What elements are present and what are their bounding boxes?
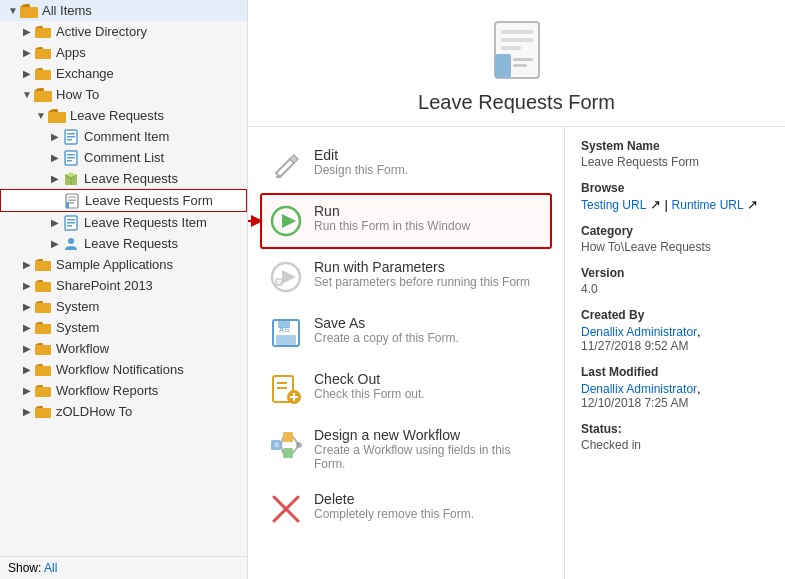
sidebar-item-active-directory[interactable]: ▶ Active Directory xyxy=(0,21,247,42)
svg-rect-2 xyxy=(35,28,51,38)
sidebar-item-label: System xyxy=(56,320,99,335)
testing-url-link[interactable]: Testing URL xyxy=(581,198,646,212)
sidebar-item-label: Leave Requests Item xyxy=(84,215,207,230)
svg-rect-64 xyxy=(283,448,293,458)
sidebar-item-workflow-notifications[interactable]: ▶ Workflow Notifications xyxy=(0,359,247,380)
system-name-value: Leave Requests Form xyxy=(581,155,769,169)
arrow-icon: ▶ xyxy=(20,385,34,396)
folder-closed-icon xyxy=(34,342,52,356)
runtime-url-link[interactable]: Runtime URL xyxy=(672,198,744,212)
action-title: Delete xyxy=(314,491,474,507)
action-design-workflow[interactable]: ⚙ Design a new Workflow Create a Workflo… xyxy=(260,417,552,481)
action-checkout[interactable]: Check Out Check this Form out. xyxy=(260,361,552,417)
cube-icon xyxy=(62,172,80,186)
edit-icon xyxy=(268,147,304,183)
save-as-icon: AS xyxy=(268,315,304,351)
sidebar-item-leave-requests-cube[interactable]: ▶ Leave Requests xyxy=(0,168,247,189)
sidebar-item-sample-applications[interactable]: ▶ Sample Applications xyxy=(0,254,247,275)
sidebar-item-workflow[interactable]: ▶ Workflow xyxy=(0,338,247,359)
sidebar-item-apps[interactable]: ▶ Apps xyxy=(0,42,247,63)
sidebar-item-leave-requests-item[interactable]: ▶ Leave Requests Item xyxy=(0,212,247,233)
sidebar-item-label: System xyxy=(56,299,99,314)
sidebar-item-leave-requests-user[interactable]: ▶ Leave Requests xyxy=(0,233,247,254)
page-title: Leave Requests Form xyxy=(418,91,615,114)
sidebar-item-workflow-reports[interactable]: ▶ Workflow Reports xyxy=(0,380,247,401)
folder-closed-icon xyxy=(34,25,52,39)
arrow-icon: ▶ xyxy=(20,343,34,354)
arrow-icon: ▶ xyxy=(48,217,62,228)
sidebar-item-label: Leave Requests xyxy=(84,236,178,251)
form-icon xyxy=(62,130,80,144)
sidebar-item-exchange[interactable]: ▶ Exchange xyxy=(0,63,247,84)
folder-closed-icon xyxy=(34,46,52,60)
folder-open-icon xyxy=(48,109,66,123)
last-modified-date-value: 12/10/2018 7:25 AM xyxy=(581,396,769,410)
sidebar-item-label: Leave Requests Form xyxy=(85,193,213,208)
action-delete[interactable]: Delete Completely remove this Form. xyxy=(260,481,552,537)
sidebar-item-leave-requests-form[interactable]: Leave Requests Form xyxy=(0,189,247,212)
sidebar-item-sharepoint[interactable]: ▶ SharePoint 2013 xyxy=(0,275,247,296)
action-text-workflow: Design a new Workflow Create a Workflow … xyxy=(314,427,544,471)
show-label: Show: xyxy=(8,561,41,575)
sidebar-item-label: zOLDHow To xyxy=(56,404,132,419)
user-form-icon xyxy=(62,237,80,251)
sidebar-item-label: Sample Applications xyxy=(56,257,173,272)
svg-rect-24 xyxy=(66,202,69,208)
sidebar-item-label: Workflow Notifications xyxy=(56,362,184,377)
action-save-as[interactable]: AS Save As Create a copy of this Form. xyxy=(260,305,552,361)
sidebar-footer: Show: All xyxy=(0,556,247,579)
svg-rect-12 xyxy=(67,154,75,156)
arrow-icon: ▼ xyxy=(34,110,48,121)
sidebar-item-label: Apps xyxy=(56,45,86,60)
action-text-run-params: Run with Parameters Set parameters befor… xyxy=(314,259,530,289)
action-text-save-as: Save As Create a copy of this Form. xyxy=(314,315,459,345)
svg-marker-49 xyxy=(282,270,296,284)
svg-rect-43 xyxy=(513,58,533,61)
system-name-label: System Name xyxy=(581,139,769,153)
sidebar-item-system[interactable]: ▶ System xyxy=(0,296,247,317)
svg-rect-40 xyxy=(501,38,533,42)
last-modified-link[interactable]: Denallix Administrator xyxy=(581,382,697,396)
sidebar-item-label: SharePoint 2013 xyxy=(56,278,153,293)
created-by-link[interactable]: Denallix Administrator xyxy=(581,325,697,339)
arrow-icon: ▶ xyxy=(48,131,62,142)
svg-rect-28 xyxy=(67,225,72,227)
arrow-icon: ▶ xyxy=(20,406,34,417)
sidebar-item-how-to[interactable]: ▼ How To xyxy=(0,84,247,105)
svg-text:⚙: ⚙ xyxy=(274,442,279,448)
svg-rect-31 xyxy=(35,282,51,292)
delete-icon xyxy=(268,491,304,527)
form-large-icon xyxy=(491,20,543,83)
created-date-value: 11/27/2018 9:52 AM xyxy=(581,339,769,353)
arrow-icon: ▶ xyxy=(20,259,34,270)
svg-rect-33 xyxy=(35,324,51,334)
sidebar: ▼ All Items ▶ Active Directory ▶ xyxy=(0,0,248,579)
show-all-link[interactable]: All xyxy=(44,561,57,575)
svg-rect-14 xyxy=(67,160,72,162)
action-title: Design a new Workflow xyxy=(314,427,544,443)
svg-rect-5 xyxy=(34,91,52,102)
folder-closed-icon xyxy=(34,279,52,293)
sidebar-item-all-items[interactable]: ▼ All Items xyxy=(0,0,247,21)
sidebar-item-comment-item[interactable]: ▶ Comment Item xyxy=(0,126,247,147)
sidebar-item-label: Leave Requests xyxy=(70,108,164,123)
svg-line-65 xyxy=(281,437,283,445)
action-run[interactable]: Run Run this Form in this Window xyxy=(260,193,552,249)
category-label: Category xyxy=(581,224,769,238)
svg-rect-22 xyxy=(68,199,76,201)
action-desc: Run this Form in this Window xyxy=(314,219,470,233)
svg-rect-30 xyxy=(35,261,51,271)
svg-rect-1 xyxy=(20,7,27,10)
sidebar-item-zoldhow-to[interactable]: ▶ zOLDHow To xyxy=(0,401,247,422)
svg-rect-21 xyxy=(68,196,76,198)
svg-rect-44 xyxy=(513,64,527,67)
sidebar-item-task-allocation[interactable]: ▶ System xyxy=(0,317,247,338)
detail-header: Leave Requests Form xyxy=(248,0,785,127)
action-run-params[interactable]: [X] Run with Parameters Set parameters b… xyxy=(260,249,552,305)
folder-closed-icon xyxy=(34,67,52,81)
sidebar-item-comment-list[interactable]: ▶ Comment List xyxy=(0,147,247,168)
sidebar-item-leave-requests-folder[interactable]: ▼ Leave Requests xyxy=(0,105,247,126)
action-title: Run with Parameters xyxy=(314,259,530,275)
folder-open-icon xyxy=(34,88,52,102)
action-edit[interactable]: Edit Design this Form. xyxy=(260,137,552,193)
